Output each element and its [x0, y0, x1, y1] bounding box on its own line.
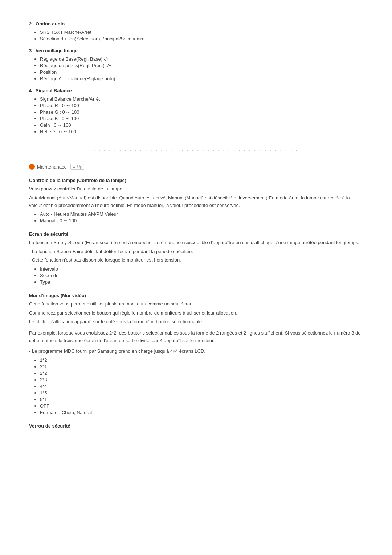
- up-link[interactable]: ▲ Up: [70, 164, 84, 170]
- list-item: Réglage de précis(Regl. Prec.) -/+: [40, 63, 363, 68]
- list-item: Position: [40, 69, 363, 75]
- video-wall-mdc-note: - Le programme MDC fourni par Samsung pr…: [29, 348, 363, 355]
- security-screen-block: Ecran de sécurité La fonction Safety Scr…: [29, 231, 363, 284]
- section-3-header: 3. Verrouillage Image: [29, 48, 363, 53]
- video-wall-title: Mur d'images (Mur vidéo): [29, 293, 363, 298]
- video-wall-block: Mur d'images (Mur vidéo) Cette fonction …: [29, 293, 363, 415]
- list-item: Auto - Heures Minutes AM/PM Valeur: [40, 211, 363, 217]
- list-item: Seconde: [40, 273, 363, 278]
- lamp-control-intro: Vous pouvez contrôler l'intensité de la …: [29, 185, 363, 193]
- maintenance-header: i Maintenanace ▲ Up: [29, 164, 363, 170]
- section-2-header: 2. Option audio: [29, 21, 363, 27]
- list-item: Formato - Cheio, Natural: [40, 410, 363, 415]
- list-item: 2*1: [40, 364, 363, 369]
- lamp-control-list: Auto - Heures Minutes AM/PM Valeur Manua…: [40, 211, 363, 223]
- list-item: Type: [40, 279, 363, 285]
- maintenance-label: Maintenanace: [37, 164, 67, 170]
- list-item: Gain : 0 ∼ 100: [40, 122, 363, 128]
- list-item: Manual - 0 ∼ 100: [40, 218, 363, 223]
- video-wall-intro: Cette fonction vous permet d'utiliser pl…: [29, 300, 363, 308]
- section-3: 3. Verrouillage Image Réglage de Base(Re…: [29, 48, 363, 81]
- lamp-control-description: Auto/Manual (Auto/Manuel) est disponible…: [29, 194, 363, 210]
- list-item: Phase B : 0 ∼ 100: [40, 116, 363, 121]
- list-item: Netteté : 0 ∼ 100: [40, 129, 363, 134]
- list-item: OFF: [40, 403, 363, 409]
- security-screen-line-2: - Cette fonction n'est pas disponible lo…: [29, 256, 363, 264]
- list-item: Intervalo: [40, 266, 363, 272]
- maintenance-icon: i: [29, 164, 35, 170]
- security-screen-intro: La fonction Safety Screen (Ecran sécurit…: [29, 239, 363, 247]
- list-item: 2*2: [40, 370, 363, 376]
- list-item: Phase R : 0 ∼ 100: [40, 103, 363, 108]
- security-screen-list: Intervalo Seconde Type: [40, 266, 363, 285]
- section-3-list: Réglage de Base(Regl. Base) -/+ Réglage …: [40, 56, 363, 81]
- maintenance-section: i Maintenanace ▲ Up Contrôle de la lampe…: [29, 164, 363, 429]
- video-wall-paragraph: Par exemple, lorsque vous choisissez 2*2…: [29, 329, 363, 345]
- list-item: 4*4: [40, 384, 363, 389]
- list-item: 5*1: [40, 397, 363, 402]
- list-item: Signal Balance Marche/Arrêt: [40, 96, 363, 102]
- dots-separator: • • • • • • • • • • • • • • • • • • • • …: [29, 149, 363, 153]
- security-screen-line-1: - La fonction Screen Faire défil. fait d…: [29, 248, 363, 256]
- list-item: Sélection du son(Sélect.son) Principal/S…: [40, 36, 363, 41]
- list-item: Réglage Automatique(R-glage auto): [40, 76, 363, 81]
- list-item: SRS TSXT Marche/Arrêt: [40, 29, 363, 35]
- list-item: Phase G : 0 ∼ 100: [40, 109, 363, 115]
- list-item: Réglage de Base(Regl. Base) -/+: [40, 56, 363, 62]
- security-screen-title: Ecran de sécurité: [29, 231, 363, 237]
- video-wall-line-2: Le chiffre d'allocation apparaît sur le …: [29, 318, 363, 326]
- lamp-control-block: Contrôle de la lampe (Contrôle de la lam…: [29, 178, 363, 223]
- section-2-list: SRS TSXT Marche/Arrêt Sélection du son(S…: [40, 29, 363, 41]
- section-4: 4. Siganal Balance Signal Balance Marche…: [29, 88, 363, 134]
- section-4-list: Signal Balance Marche/Arrêt Phase R : 0 …: [40, 96, 363, 134]
- list-item: 1*2: [40, 357, 363, 363]
- video-wall-list: 1*2 2*1 2*2 3*3 4*4 1*5 5*1 OFF Formato …: [40, 357, 363, 415]
- section-2: 2. Option audio SRS TSXT Marche/Arrêt Sé…: [29, 21, 363, 41]
- section-4-header: 4. Siganal Balance: [29, 88, 363, 93]
- security-lock-block: Verrou de sécurité: [29, 423, 363, 429]
- lamp-control-title: Contrôle de la lampe (Contrôle de la lam…: [29, 178, 363, 183]
- video-wall-line-1: Commencez par sélectionner le bouton qui…: [29, 309, 363, 317]
- security-lock-title: Verrou de sécurité: [29, 423, 363, 429]
- list-item: 3*3: [40, 377, 363, 382]
- list-item: 1*5: [40, 390, 363, 396]
